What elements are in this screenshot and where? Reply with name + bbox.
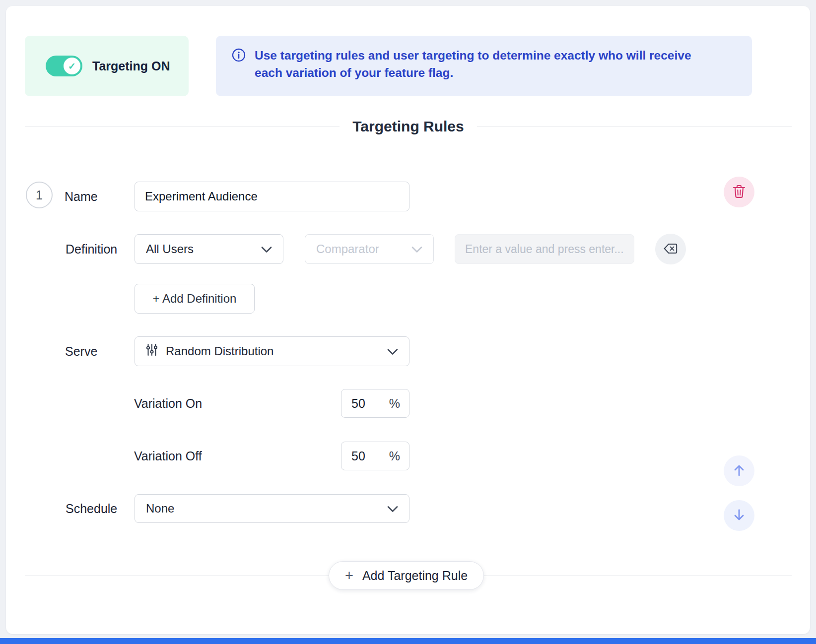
chevron-down-icon (387, 502, 398, 515)
sliders-icon (146, 343, 158, 359)
move-rule-up-button[interactable] (724, 455, 754, 486)
definition-value-input[interactable] (455, 234, 634, 264)
variation-on-label: Variation On (134, 389, 202, 418)
chevron-down-icon (411, 242, 422, 256)
add-targeting-rule-label: Add Targeting Rule (362, 569, 468, 583)
delete-rule-button[interactable] (724, 177, 754, 207)
arrow-up-icon (732, 463, 746, 479)
clear-definition-button[interactable] (655, 234, 686, 264)
schedule-select-value: None (146, 502, 174, 515)
schedule-label: Schedule (66, 494, 117, 523)
audience-select-value: All Users (146, 242, 194, 256)
comparator-placeholder: Comparator (316, 242, 379, 256)
chevron-down-icon (261, 242, 272, 256)
rule-name-input[interactable] (135, 182, 409, 211)
variation-on-field: % (341, 389, 409, 418)
section-title: Targeting Rules (352, 118, 464, 135)
variation-off-label: Variation Off (134, 442, 202, 470)
chevron-down-icon (387, 344, 398, 358)
arrow-down-icon (732, 508, 746, 524)
trash-icon (733, 185, 746, 200)
serve-select[interactable]: Random Distribution (135, 336, 409, 366)
add-definition-button[interactable]: + Add Definition (135, 284, 255, 314)
info-banner: Use targeting rules and user targeting t… (216, 36, 752, 96)
name-label: Name (65, 182, 98, 211)
targeting-toggle-card: ✓ Targeting ON (25, 36, 189, 96)
comparator-select[interactable]: Comparator (305, 234, 434, 264)
targeting-panel: ✓ Targeting ON Use targeting rules and u… (6, 6, 810, 634)
percent-suffix: % (389, 396, 400, 411)
targeting-toggle-label: Targeting ON (92, 59, 170, 73)
rule-number-badge: 1 (26, 182, 53, 208)
targeting-rules-header: Targeting Rules (25, 118, 792, 135)
percent-suffix: % (389, 449, 400, 463)
serve-select-value: Random Distribution (166, 344, 273, 358)
divider-line (477, 127, 792, 127)
toggle-check-icon: ✓ (64, 58, 80, 74)
serve-label: Serve (65, 336, 97, 366)
definition-label: Definition (66, 234, 117, 264)
info-banner-text: Use targeting rules and user targeting t… (255, 47, 717, 96)
variation-off-field: % (341, 442, 409, 470)
bottom-accent-bar (0, 638, 816, 644)
targeting-toggle[interactable]: ✓ (46, 56, 82, 76)
audience-select[interactable]: All Users (135, 234, 283, 264)
plus-icon: + (345, 568, 353, 584)
add-targeting-rule-button[interactable]: + Add Targeting Rule (329, 561, 484, 590)
backspace-icon (664, 243, 678, 256)
schedule-select[interactable]: None (135, 494, 409, 523)
info-icon (232, 48, 246, 96)
move-rule-down-button[interactable] (724, 500, 754, 531)
divider-line (25, 127, 340, 127)
variation-on-input[interactable] (350, 396, 381, 411)
variation-off-input[interactable] (350, 449, 381, 464)
